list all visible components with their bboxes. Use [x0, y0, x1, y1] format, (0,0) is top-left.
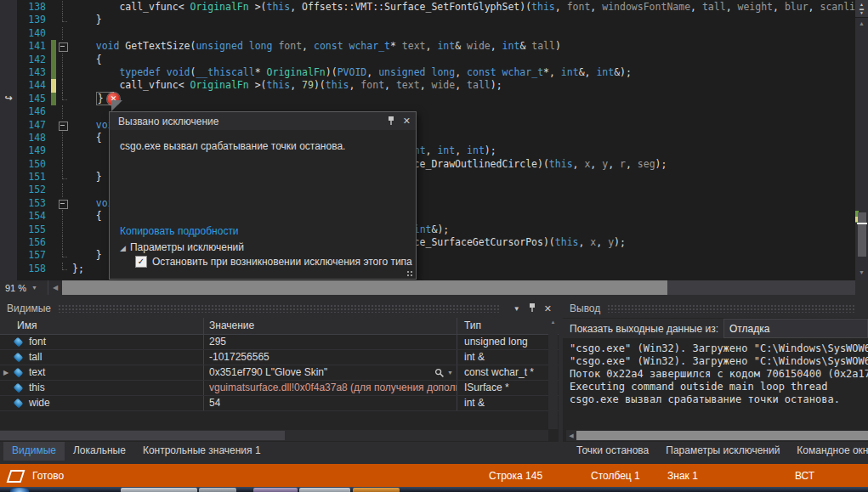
- tab-Точки останова[interactable]: Точки останова: [568, 442, 657, 461]
- collapse-box-icon[interactable]: [59, 122, 68, 131]
- status-column: Столбец 1: [591, 470, 640, 482]
- line-number: 143: [17, 66, 48, 79]
- close-icon[interactable]: ✕: [403, 116, 411, 127]
- copy-details-link[interactable]: Копировать подробности: [120, 225, 239, 237]
- break-on-exception-checkbox[interactable]: ✓: [135, 256, 147, 268]
- scroll-up-icon[interactable]: ▲: [855, 20, 868, 26]
- fold-margin-cell[interactable]: [56, 119, 70, 132]
- visualizer-control[interactable]: ▼: [434, 365, 457, 380]
- watch-column-header[interactable]: Значение: [204, 318, 457, 334]
- code-line[interactable]: 140: [0, 27, 855, 40]
- watch-value-cell[interactable]: vguimatsurface.dll!0x0f4a37a8 (для получ…: [204, 381, 457, 395]
- resize-grip[interactable]: [406, 270, 414, 278]
- window-menu-icon[interactable]: ▼: [513, 305, 520, 313]
- pin-icon[interactable]: [528, 303, 536, 314]
- taskbar-app-button[interactable]: [121, 488, 197, 492]
- tab-Контрольные значения 1[interactable]: Контрольные значения 1: [134, 442, 269, 461]
- scroll-left-icon[interactable]: ◀: [566, 433, 576, 439]
- glyph-margin-cell: [0, 210, 17, 223]
- code-line[interactable]: ↪145 }✕: [0, 93, 855, 105]
- code-text: };: [70, 263, 84, 275]
- taskbar-app-button[interactable]: [253, 488, 298, 492]
- chevron-down-icon[interactable]: ▼: [447, 365, 453, 380]
- expand-arrow-icon[interactable]: ▶: [0, 365, 12, 380]
- output-log[interactable]: "csgo.exe" (Win32). Загружено "C:\Window…: [563, 338, 868, 427]
- glyph-margin-cell: [0, 158, 17, 171]
- scrollbar-thumb[interactable]: [0, 431, 285, 440]
- scroll-down-icon[interactable]: ▼: [855, 269, 868, 275]
- watch-column-header[interactable]: Тип: [457, 318, 559, 334]
- taskbar-app-button[interactable]: [199, 488, 236, 492]
- pin-icon[interactable]: [387, 116, 395, 127]
- fold-margin-cell[interactable]: [56, 197, 70, 210]
- watch-row[interactable]: wide54int &: [0, 396, 559, 411]
- watch-row[interactable]: tall-1017256565int &: [0, 350, 559, 365]
- watch-type-cell: unsigned long: [457, 335, 559, 349]
- code-text: [70, 27, 72, 40]
- code-line[interactable]: 144 call_vfunc< OriginalFn >(this, 79)(t…: [0, 79, 855, 92]
- scroll-up-icon[interactable]: ▲: [548, 320, 558, 325]
- exception-popup-titlebar[interactable]: Вызвано исключение ✕: [110, 112, 416, 130]
- code-line[interactable]: 142 {: [0, 54, 855, 66]
- zoom-level-select[interactable]: 91 % ▼: [0, 280, 48, 295]
- glyph-margin-cell: [0, 40, 17, 53]
- output-tabstrip: Точки остановаПараметры исключенийКоманд…: [563, 442, 868, 464]
- watch-value-cell[interactable]: 0x351ef790 L"Glove Skin"▼: [204, 365, 457, 380]
- scrollbar-thumb[interactable]: [858, 212, 866, 257]
- tab-Параметры исключений[interactable]: Параметры исключений: [657, 442, 788, 461]
- code-line[interactable]: 143 typedef void(__thiscall* OriginalFn)…: [0, 66, 855, 79]
- code-line[interactable]: 138 call_vfunc< OriginalFn >(this, Offse…: [0, 1, 855, 14]
- scrollbar-thumb[interactable]: [62, 280, 667, 295]
- output-horizontal-scrollbar[interactable]: ◀: [566, 430, 868, 441]
- taskbar-app-button[interactable]: [299, 488, 350, 492]
- watch-type-cell: ISurface *: [457, 381, 559, 395]
- output-source-label: Показать выходные данные из:: [563, 323, 723, 335]
- watch-row[interactable]: font295unsigned long: [0, 335, 559, 350]
- tab-Командное окно[interactable]: Командное окно: [788, 442, 868, 461]
- watch-horizontal-scrollbar[interactable]: [0, 430, 548, 441]
- watch-value-cell[interactable]: 54: [204, 396, 457, 410]
- tab-Видимые[interactable]: Видимые: [3, 442, 65, 461]
- exception-settings-group[interactable]: ◢Параметры исключений: [120, 241, 244, 253]
- watch-row[interactable]: thisvguimatsurface.dll!0x0f4a37a8 (для п…: [0, 381, 559, 396]
- watch-name: tall: [29, 350, 42, 365]
- fold-margin-cell[interactable]: [56, 40, 70, 53]
- exception-popup-title: Вызвано исключение: [118, 116, 218, 127]
- magnifier-icon[interactable]: [434, 368, 445, 378]
- splitter-grip-icon[interactable]: ▲▬▼: [855, 0, 868, 18]
- output-source-select[interactable]: Отладка: [723, 319, 868, 338]
- windows-taskbar[interactable]: [0, 487, 868, 492]
- code-editor[interactable]: 138 call_vfunc< OriginalFn >(this, Offse…: [0, 0, 868, 280]
- start-button-icon[interactable]: [10, 488, 29, 492]
- editor-vertical-scrollbar[interactable]: ▲▬▼ ▲ ▼: [855, 0, 868, 280]
- fold-margin-cell: [56, 93, 70, 105]
- scroll-left-icon[interactable]: ◀: [48, 280, 62, 295]
- code-text: call_vfunc< OriginalFn >(this, Offsets::…: [70, 1, 868, 14]
- autos-panel-titlebar[interactable]: Видимые ▼ ✕: [0, 299, 559, 318]
- glyph-margin-cell: [0, 14, 17, 26]
- watch-value-cell[interactable]: -1017256565: [204, 350, 457, 365]
- glyph-margin-cell: [0, 105, 17, 118]
- watch-name: font: [29, 335, 46, 349]
- line-number: 149: [17, 144, 48, 157]
- watch-table-header[interactable]: ИмяЗначениеТип: [0, 318, 559, 335]
- editor-horizontal-scrollbar[interactable]: [62, 280, 855, 295]
- watch-value-cell[interactable]: 295: [204, 335, 457, 349]
- code-line[interactable]: 141 void GetTextSize(unsigned long font,…: [0, 40, 855, 53]
- code-text: {: [70, 210, 102, 223]
- watch-column-header[interactable]: Имя: [0, 318, 204, 334]
- taskbar-app-button[interactable]: [353, 488, 400, 492]
- collapse-box-icon[interactable]: [59, 200, 68, 209]
- collapse-box-icon[interactable]: [59, 42, 68, 52]
- status-line: Строка 145: [489, 470, 542, 482]
- output-panel-titlebar[interactable]: Вывод: [563, 299, 868, 318]
- watch-vertical-scrollbar[interactable]: ▲: [548, 318, 558, 429]
- expander-triangle-icon: ◢: [120, 244, 126, 252]
- tab-Локальные[interactable]: Локальные: [65, 442, 134, 461]
- code-text: [70, 105, 72, 118]
- code-line[interactable]: 139 }: [0, 14, 855, 26]
- watch-type-cell: const wchar_t *: [457, 365, 559, 380]
- watch-row[interactable]: ▶text0x351ef790 L"Glove Skin"▼const wcha…: [0, 365, 559, 381]
- close-icon[interactable]: ✕: [544, 303, 552, 314]
- scrollbar-thumb[interactable]: [576, 431, 868, 440]
